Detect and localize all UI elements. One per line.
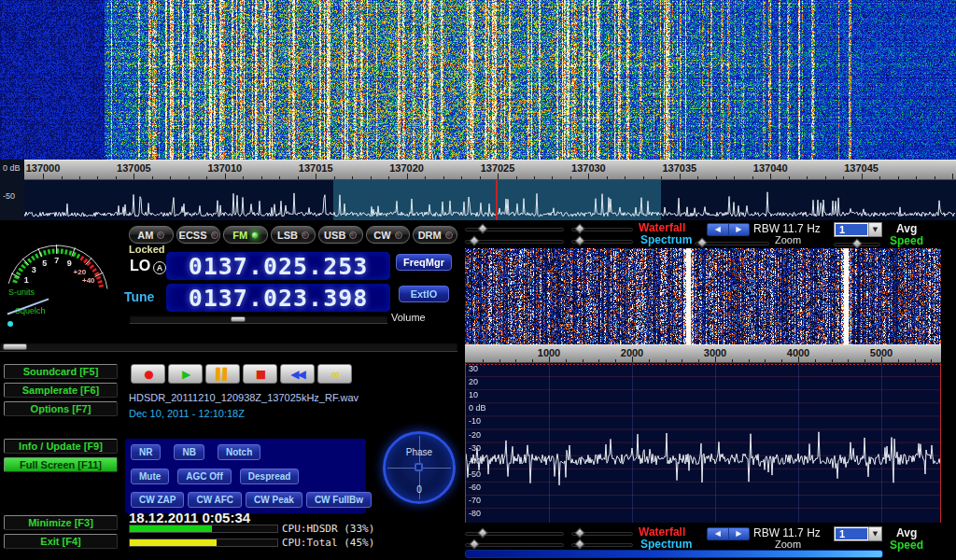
display-speed-slider-handle[interactable] (3, 343, 27, 350)
sidebar-button-exit-f4[interactable]: Exit [F4] (4, 534, 118, 549)
phase-indicator[interactable]: Phase 0 (383, 431, 456, 504)
waterfall-brightness-slider[interactable] (465, 228, 564, 231)
avg-select[interactable]: 1 ▼ (834, 222, 882, 237)
slider-handle[interactable] (477, 527, 487, 538)
tune-marker-line[interactable] (496, 180, 498, 220)
mode-button-label: USB (324, 230, 345, 241)
mode-led-indicator (349, 231, 357, 239)
slider-handle[interactable] (469, 539, 479, 549)
sidebar-button-soundcard-f5[interactable]: Soundcard [F5] (4, 364, 118, 379)
frequency-label: 137020 (389, 162, 424, 174)
transport-record-button[interactable]: ● (131, 364, 165, 384)
increase-arrow-icon[interactable]: ▶ (729, 224, 750, 235)
ruler-tick (832, 359, 833, 362)
spectrum-brightness-slider[interactable] (465, 240, 564, 244)
decrease-arrow-icon[interactable]: ◀ (708, 224, 729, 235)
waterfall-contrast-slider[interactable] (571, 228, 633, 231)
sidebar-button-full-screen-f11[interactable]: Full Screen [F11] (4, 457, 118, 472)
sidebar-button-minimize-f3[interactable]: Minimize [F3] (4, 515, 118, 530)
dsp-button-cw-afc[interactable]: CW AFC (188, 492, 242, 508)
transport-play-button[interactable]: ▶ (168, 364, 203, 384)
dsp-button-agc-off[interactable]: AGC Off (177, 469, 231, 484)
volume-slider-handle[interactable] (231, 316, 246, 322)
spectrum-brightness-slider-bottom[interactable] (465, 543, 564, 547)
slider-handle[interactable] (477, 223, 487, 233)
frequency-label: 137040 (753, 162, 788, 174)
spectrum-tab[interactable]: Spectrum (640, 233, 692, 246)
display-speed-slider[interactable] (0, 342, 457, 352)
decrease-arrow-icon[interactable]: ◀ (708, 528, 729, 539)
increase-arrow-icon[interactable]: ▶ (729, 528, 750, 539)
sidebar-button-options-f7[interactable]: Options [F7] (4, 401, 118, 416)
ruler-tick (480, 176, 481, 179)
waterfall-brightness-slider-bottom[interactable] (465, 532, 564, 536)
transport-loop-button[interactable]: ∞ (317, 364, 352, 384)
ruler-tick (649, 359, 650, 362)
avg-select-bottom[interactable]: 1 ▼ (834, 526, 882, 541)
mode-button-cw[interactable]: CW (366, 226, 411, 244)
dsp-button-mute[interactable]: Mute (131, 469, 169, 484)
slider-handle[interactable] (574, 223, 584, 233)
slider-handle[interactable] (574, 235, 584, 245)
sidebar-button-info-update-f9[interactable]: Info / Update [F9] (4, 439, 118, 454)
s-meter[interactable] (4, 233, 125, 338)
mode-button-fm[interactable]: FM (223, 226, 268, 244)
frequency-label: 2000 (621, 347, 643, 358)
mode-button-usb[interactable]: USB (318, 226, 363, 244)
transport-stop-button[interactable]: ■ (243, 364, 277, 384)
top-frequency-ruler[interactable]: 1370001370051370101370151370201370251370… (0, 160, 956, 180)
tune-frequency-value: 0137.023.398 (189, 286, 369, 311)
transport-pause-button[interactable]: ▌▌ (205, 364, 240, 384)
tune-frequency-display[interactable]: 0137.023.398 (166, 284, 390, 312)
mode-button-lsb[interactable]: LSB (271, 226, 316, 244)
mode-button-drm[interactable]: DRM (413, 226, 457, 244)
lo-lock-badge[interactable]: A (153, 261, 166, 274)
zoom-waterfall-display[interactable] (465, 248, 941, 344)
ruler-tick (62, 176, 63, 179)
zoom-label-bottom: Zoom (775, 539, 801, 550)
waterfall-tab-bottom[interactable]: Waterfall (639, 525, 685, 539)
zoom-frequency-ruler[interactable]: 10002000300040005000 (465, 344, 941, 363)
slider-handle[interactable] (851, 238, 862, 248)
waterfall-tab[interactable]: Waterfall (639, 221, 685, 234)
slider-handle[interactable] (469, 235, 479, 245)
dropdown-arrow-icon[interactable]: ▼ (868, 223, 881, 236)
mode-button-label: AM (137, 230, 153, 241)
extio-button[interactable]: ExtIO (399, 286, 449, 302)
rbw-spinner-bottom[interactable]: ◀ ▶ (707, 527, 750, 540)
volume-slider[interactable] (130, 315, 387, 324)
mode-button-label: FM (232, 230, 247, 241)
zoom-spectrum-display[interactable] (465, 363, 941, 523)
frequency-label: 5000 (870, 347, 893, 358)
main-waterfall-display[interactable] (0, 0, 956, 160)
slider-handle[interactable] (574, 539, 584, 549)
avg-slider[interactable] (834, 243, 880, 246)
ruler-tick (916, 176, 917, 179)
sidebar-button-samplerate-f6[interactable]: Samplerate [F6] (4, 383, 118, 398)
slider-handle[interactable] (696, 237, 707, 247)
freqmgr-button[interactable]: FreqMgr (396, 254, 452, 271)
waterfall-contrast-slider-bottom[interactable] (571, 532, 633, 536)
lo-frequency-display[interactable]: 0137.025.253 (166, 252, 390, 280)
dsp-button-notch[interactable]: Notch (218, 444, 260, 460)
dsp-button-nr[interactable]: NR (131, 444, 161, 460)
dsp-button-nb[interactable]: NB (174, 444, 204, 460)
dropdown-arrow-icon[interactable]: ▼ (868, 527, 881, 540)
frequency-label: 4000 (787, 347, 809, 358)
spectrum-tab-bottom[interactable]: Spectrum (640, 538, 692, 551)
mode-button-ecss[interactable]: ECSS (176, 226, 221, 244)
slider-handle[interactable] (574, 527, 584, 538)
dsp-button-cw-peak[interactable]: CW Peak (246, 492, 302, 508)
spectrum-contrast-slider[interactable] (571, 240, 633, 244)
spectrum-contrast-slider-bottom[interactable] (571, 543, 633, 547)
dsp-button-cw-zap[interactable]: CW ZAP (131, 492, 184, 508)
bottom-zoom-scrollbar[interactable] (465, 550, 883, 558)
overview-spectrum-display[interactable] (0, 180, 956, 220)
ruler-tick (371, 176, 372, 179)
zoom-slider[interactable] (695, 242, 769, 245)
dsp-button-cw-fullbw[interactable]: CW FullBw (306, 492, 372, 508)
transport-rewind-button[interactable]: ◀◀ (280, 364, 315, 384)
mode-button-am[interactable]: AM (129, 226, 174, 244)
dsp-button-despread[interactable]: Despread (240, 469, 300, 484)
rbw-spinner[interactable]: ◀ ▶ (707, 223, 750, 236)
